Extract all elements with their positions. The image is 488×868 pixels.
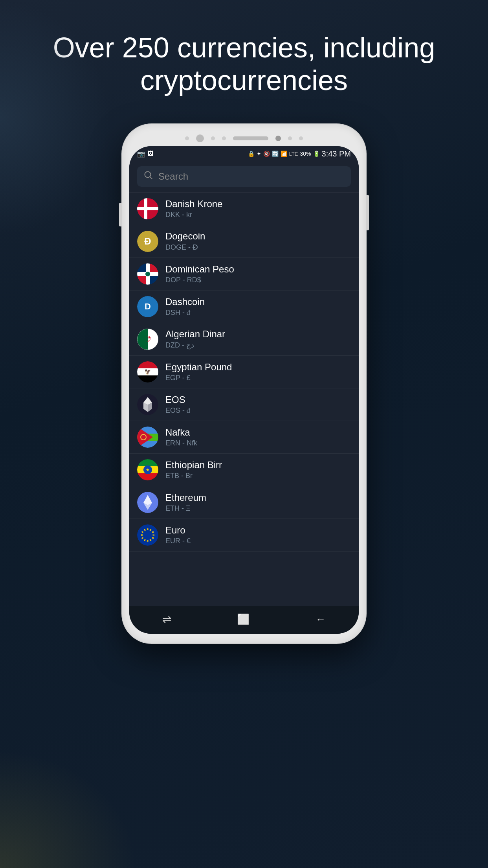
currency-name: Ethiopian Birr (165, 460, 351, 471)
currency-info-doge: Dogecoin DOGE - Ɖ (165, 231, 351, 252)
flag-dashcoin: D (137, 296, 158, 317)
svg-rect-42 (137, 473, 158, 480)
currency-name: Dominican Peso (165, 264, 351, 275)
phone-mockup: 📷 🖼 🔒 ✦ 🔇 🔄 📶 LTE 30% 🔋 3:43 PM (122, 124, 366, 643)
list-item[interactable]: Nafka ERN - Nfk (129, 421, 359, 454)
currency-name: EOS (165, 394, 351, 405)
headline: Over 250 currencies, including cryptocur… (0, 0, 488, 120)
currency-code: DOP - RD$ (165, 276, 351, 284)
list-item[interactable]: ★ Ethiopian Birr ETB - Br (129, 454, 359, 486)
phone-speaker (233, 136, 268, 140)
phone-dot-3 (222, 136, 226, 140)
currency-name: Egyptian Pound (165, 362, 351, 373)
svg-text:Ð: Ð (144, 236, 151, 246)
phone-dot-camera (196, 134, 204, 142)
svg-text:★: ★ (148, 335, 151, 340)
currency-name: Danish Krone (165, 199, 351, 210)
status-icon-battery: 🔋 (313, 151, 320, 157)
currency-info-eth: Ethereum ETH - Ξ (165, 492, 351, 513)
status-icon-sync: 🔄 (272, 151, 279, 157)
svg-rect-13 (137, 276, 146, 285)
currency-code: DSH - ᵭ (165, 309, 351, 317)
currency-code: EOS - ᵭ (165, 406, 351, 415)
status-icon-wifi: 📶 (281, 151, 287, 157)
status-bar-left: 📷 🖼 (137, 150, 154, 158)
currency-info-ern: Nafka ERN - Nfk (165, 427, 351, 447)
svg-rect-14 (150, 276, 158, 285)
svg-text:D: D (145, 302, 151, 311)
list-item[interactable]: D Dashcoin DSH - ᵭ (129, 291, 359, 323)
currency-code: ERN - Nfk (165, 439, 351, 447)
svg-text:★: ★ (146, 467, 150, 472)
status-icon-bt: ✦ (257, 151, 261, 157)
list-item[interactable]: Dominican Peso DOP - RD$ (129, 258, 359, 291)
svg-text:🦅: 🦅 (145, 368, 151, 375)
status-bar: 📷 🖼 🔒 ✦ 🔇 🔄 📶 LTE 30% 🔋 3:43 PM (129, 146, 359, 161)
status-icon-mute: 🔇 (263, 151, 270, 157)
search-bar-container[interactable]: Search (129, 161, 359, 193)
svg-rect-4 (137, 207, 158, 210)
currency-info-eur: Euro EUR - € (165, 525, 351, 545)
side-button-right (366, 195, 369, 230)
currency-name: Euro (165, 525, 351, 536)
nav-home-icon[interactable]: ⬜ (237, 613, 250, 625)
status-icon-lock: 🔒 (248, 151, 255, 157)
currency-code: ETH - Ξ (165, 504, 351, 513)
status-bar-right: 🔒 ✦ 🔇 🔄 📶 LTE 30% 🔋 3:43 PM (248, 149, 351, 158)
flag-eritrea (137, 427, 158, 448)
currency-info-dzd: Algerian Dinar DZD - دج (165, 329, 351, 349)
flag-ethereum (137, 492, 158, 513)
currency-code: ETB - Br (165, 472, 351, 480)
currency-list: Danish Krone DKK - kr Ð Dogecoin DOGE (129, 193, 359, 606)
currency-name: Dashcoin (165, 296, 351, 307)
currency-code: DOGE - Ɖ (165, 243, 351, 252)
phone-dot-4 (288, 136, 292, 140)
phone-bottom-nav: ⇌ ⬜ ← (129, 606, 359, 634)
phone-screen: 📷 🖼 🔒 ✦ 🔇 🔄 📶 LTE 30% 🔋 3:43 PM (129, 146, 359, 634)
svg-point-15 (145, 272, 150, 276)
flag-dominican (137, 263, 158, 285)
list-item[interactable]: 🦅 Egyptian Pound EGP - £ (129, 356, 359, 388)
list-item[interactable]: Danish Krone DKK - kr (129, 193, 359, 225)
currency-code: DZD - دج (165, 341, 351, 349)
search-input-inner[interactable]: Search (137, 166, 351, 187)
nav-back-icon[interactable]: ← (316, 613, 326, 625)
side-button-left (119, 203, 122, 226)
svg-line-1 (150, 177, 152, 179)
list-item[interactable]: ☽ ★ Algerian Dinar DZD - دج (129, 323, 359, 356)
currency-info-dkk: Danish Krone DKK - kr (165, 199, 351, 219)
status-icon-camera: 📷 (137, 150, 145, 158)
status-battery: 30% (300, 151, 311, 157)
svg-rect-25 (137, 361, 158, 368)
bg-decoration-bottom (0, 750, 138, 868)
flag-denmark (137, 198, 158, 219)
nav-recent-icon[interactable]: ⇌ (162, 613, 171, 626)
phone-wrapper: 📷 🖼 🔒 ✦ 🔇 🔄 📶 LTE 30% 🔋 3:43 PM (0, 120, 488, 643)
list-item[interactable]: Ethereum ETH - Ξ (129, 486, 359, 519)
phone-front-camera (275, 136, 281, 141)
flag-dogecoin: Ð (137, 231, 158, 252)
flag-ethiopia: ★ (137, 459, 158, 480)
phone-dot-1 (185, 136, 189, 140)
list-item[interactable]: Ð Dogecoin DOGE - Ɖ (129, 225, 359, 258)
search-placeholder: Search (158, 171, 188, 182)
phone-dot-2 (211, 136, 215, 140)
search-icon (144, 171, 153, 182)
list-item[interactable]: EOS EOS - ᵭ (129, 388, 359, 421)
currency-info-egp: Egyptian Pound EGP - £ (165, 362, 351, 382)
svg-rect-12 (150, 263, 158, 272)
currency-code: EUR - € (165, 537, 351, 545)
flag-egypt: 🦅 (137, 361, 158, 383)
status-icon-image: 🖼 (147, 150, 154, 157)
list-item[interactable]: Euro EUR - € (129, 519, 359, 552)
currency-name: Nafka (165, 427, 351, 438)
currency-name: Dogecoin (165, 231, 351, 242)
flag-eos (137, 394, 158, 415)
currency-info-dsh: Dashcoin DSH - ᵭ (165, 296, 351, 317)
svg-point-48 (137, 524, 158, 546)
svg-rect-11 (137, 263, 146, 272)
currency-name: Ethereum (165, 492, 351, 503)
currency-info-eos: EOS EOS - ᵭ (165, 394, 351, 415)
currency-code: DKK - kr (165, 211, 351, 219)
status-time: 3:43 PM (322, 149, 351, 158)
